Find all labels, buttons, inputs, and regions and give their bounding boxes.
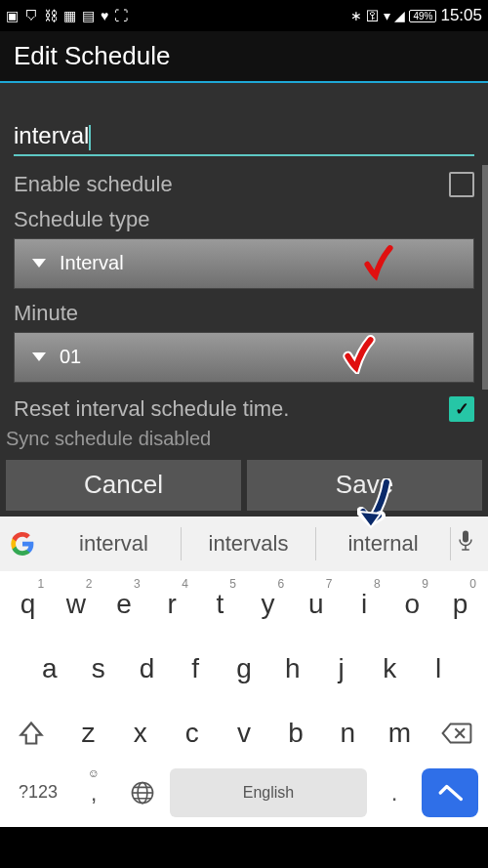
enable-schedule-checkbox[interactable]: [449, 172, 474, 197]
clock: 15:05: [440, 6, 482, 25]
suggestion-2[interactable]: intervals: [182, 527, 316, 560]
form-content: interval Enable schedule Schedule type I…: [0, 83, 488, 517]
shift-key[interactable]: [4, 709, 59, 758]
schedule-name-input[interactable]: interval: [14, 118, 474, 156]
minute-dropdown[interactable]: 01: [14, 332, 474, 383]
emoji-icon: ☺: [88, 766, 100, 780]
mic-icon[interactable]: [451, 529, 480, 558]
cancel-button[interactable]: Cancel: [6, 460, 241, 511]
image-icon: ▦: [63, 8, 76, 23]
bluetooth-icon: ∗: [350, 8, 362, 23]
reset-interval-checkbox[interactable]: ✓: [449, 396, 474, 422]
enter-key[interactable]: [422, 768, 478, 817]
key-r[interactable]: r4: [148, 579, 196, 630]
annotation-check-icon: [343, 335, 376, 374]
key-n[interactable]: n: [322, 708, 374, 759]
key-g[interactable]: g: [220, 643, 268, 694]
wifi-icon: ▾: [384, 8, 390, 23]
key-v[interactable]: v: [218, 708, 269, 759]
key-q[interactable]: q1: [4, 579, 52, 630]
shield-icon: ⛉: [24, 8, 38, 23]
key-c[interactable]: c: [166, 708, 218, 759]
key-y[interactable]: y6: [244, 579, 292, 630]
heart-icon: ♥: [101, 8, 108, 23]
reset-interval-label: Reset interval schedule time.: [14, 396, 289, 422]
fullscreen-icon: ⛶: [114, 8, 128, 23]
key-z[interactable]: z: [62, 708, 114, 759]
key-h[interactable]: h: [268, 643, 317, 694]
period-key[interactable]: .: [373, 768, 416, 817]
enable-schedule-label: Enable schedule: [14, 172, 173, 197]
key-x[interactable]: x: [114, 708, 166, 759]
key-k[interactable]: k: [365, 643, 414, 694]
signal-icon: ◢: [394, 8, 405, 23]
wall-icon: ▤: [82, 8, 95, 23]
svg-rect-1: [463, 531, 468, 543]
sync-status-text: Sync schedule disabled: [0, 428, 474, 450]
key-s[interactable]: s: [74, 643, 123, 694]
suggestion-1[interactable]: interval: [47, 527, 182, 560]
battery-indicator: 49%: [409, 10, 436, 22]
key-j[interactable]: j: [317, 643, 366, 694]
annotation-check-icon: [362, 243, 395, 282]
notif-icon: ▣: [6, 8, 19, 23]
key-t[interactable]: t5: [196, 579, 244, 630]
minute-value: 01: [60, 346, 81, 368]
comma-key[interactable]: ☺,: [72, 768, 115, 817]
schedule-type-value: Interval: [60, 252, 124, 274]
key-l[interactable]: l: [414, 643, 463, 694]
android-status-bar: ▣ ⛉ ⛓ ▦ ▤ ♥ ⛶ ∗ ⚿ ▾ ◢ 49% 15:05: [0, 0, 488, 31]
key-p[interactable]: p0: [436, 579, 484, 630]
soft-keyboard: q1w2e3r4t5y6u7i8o9p0 asdfghjkl zxcvbnm ?…: [0, 571, 488, 827]
key-o[interactable]: o9: [388, 579, 436, 630]
key-icon: ⚿: [366, 8, 380, 23]
ua-icon: ⛓: [44, 8, 58, 23]
page-title: Edit Schedule: [0, 31, 488, 83]
keyboard-suggestion-bar: interval intervals internal: [0, 517, 488, 571]
annotation-arrow-icon: [357, 478, 396, 533]
scroll-indicator[interactable]: [482, 165, 488, 390]
space-key[interactable]: English: [170, 768, 367, 817]
schedule-type-label: Schedule type: [14, 207, 474, 232]
chevron-down-icon: [32, 259, 46, 268]
google-icon[interactable]: [8, 529, 37, 558]
key-f[interactable]: f: [171, 643, 220, 694]
minute-label: Minute: [14, 301, 474, 326]
key-i[interactable]: i8: [340, 579, 387, 630]
language-key[interactable]: [121, 768, 164, 817]
key-a[interactable]: a: [25, 643, 74, 694]
key-u[interactable]: u7: [292, 579, 340, 630]
key-w[interactable]: w2: [52, 579, 100, 630]
symbols-key[interactable]: ?123: [10, 768, 66, 817]
key-m[interactable]: m: [374, 708, 426, 759]
schedule-type-dropdown[interactable]: Interval: [14, 238, 474, 289]
key-e[interactable]: e3: [100, 579, 147, 630]
key-d[interactable]: d: [123, 643, 172, 694]
backspace-key[interactable]: [429, 709, 484, 758]
key-b[interactable]: b: [270, 708, 322, 759]
chevron-down-icon: [32, 352, 46, 361]
